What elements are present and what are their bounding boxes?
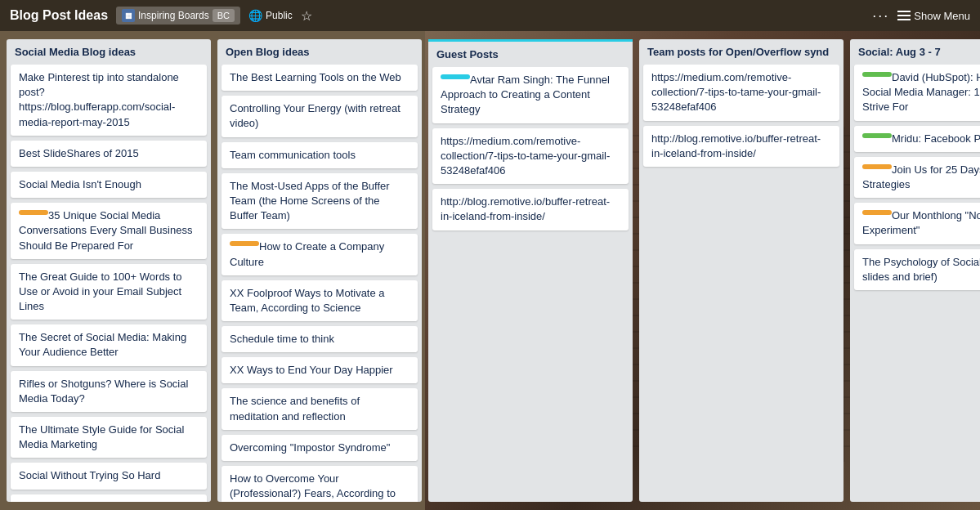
card[interactable]: The Most-Used Apps of the Buffer Team (t…: [222, 173, 418, 230]
card-text: Social Without Trying So Hard: [19, 469, 160, 481]
card-text: The Great Guide to 100+ Words to Use or …: [19, 271, 182, 312]
card-label: [19, 210, 48, 215]
column-header-guest-posts: Guest Posts: [428, 39, 633, 67]
card[interactable]: XX Ways to End Your Day Happier: [222, 357, 418, 383]
card-text: http://blog.remotive.io/buffer-retreat-i…: [651, 132, 821, 159]
card-text: The Most-Used Apps of the Buffer Team (t…: [230, 180, 390, 221]
card-text: David (HubSpot): How to Be a Social Medi…: [862, 71, 980, 113]
org-badge[interactable]: ▦ Inspiring Boards BC: [116, 7, 240, 25]
column-content-open-blog: The Best Learning Tools on the WebContro…: [217, 65, 422, 502]
card[interactable]: The Ultimate Style Guide for Social Medi…: [11, 417, 207, 458]
card-text: http://blog.remotive.io/buffer-retreat-i…: [441, 195, 610, 222]
card-text: The Psychology of Social (Mozcon slides …: [862, 256, 980, 283]
card[interactable]: The Great Guide to 100+ Words to Use or …: [11, 264, 207, 320]
column-content-guest-posts: Avtar Ram Singh: The Funnel Approach to …: [428, 67, 633, 502]
card[interactable]: How to Create a Company Culture: [222, 234, 418, 275]
card[interactable]: Join Us for 25 Days of Strategies: [854, 157, 980, 198]
card[interactable]: http://blog.remotive.io/buffer-retreat-i…: [643, 126, 839, 167]
card-text: Rifles or Shotguns? Where is Social Medi…: [19, 378, 188, 405]
card[interactable]: Avtar Ram Singh: The Funnel Approach to …: [432, 67, 629, 123]
column-open-blog: Open Blog ideasThe Best Learning Tools o…: [217, 39, 422, 502]
card[interactable]: XX Creative Ways to Use Everyone: [11, 494, 207, 502]
card-text: https://medium.com/remotive-collection/7…: [441, 135, 610, 177]
card-label: [862, 164, 892, 169]
card-label: [441, 74, 470, 79]
card-text: The Best Learning Tools on the Web: [230, 71, 401, 83]
column-header-social-aug: Social: Aug 3 - 7: [850, 39, 980, 65]
card-text: Best SlideShares of 2015: [19, 147, 139, 159]
card-text: Make Pinterest tip into standalone post?…: [19, 71, 179, 128]
card-label: [862, 72, 892, 77]
column-header-open-blog: Open Blog ideas: [217, 39, 422, 65]
show-menu-button[interactable]: Show Menu: [897, 10, 970, 22]
card[interactable]: Schedule time to think: [222, 326, 418, 352]
card[interactable]: Make Pinterest tip into standalone post?…: [11, 65, 207, 136]
card[interactable]: XX Foolproof Ways to Motivate a Team, Ac…: [222, 280, 418, 321]
card-text: XX Ways to End Your Day Happier: [230, 364, 393, 376]
menu-lines-icon: [897, 11, 911, 20]
show-menu-label: Show Menu: [914, 10, 970, 22]
card[interactable]: How to Overcome Your (Professional?) Fea…: [222, 466, 418, 502]
column-content-social-aug: David (HubSpot): How to Be a Social Medi…: [850, 65, 980, 502]
star-icon[interactable]: ☆: [301, 8, 312, 24]
card[interactable]: Social Without Trying So Hard: [11, 463, 207, 489]
card-text: The Secret of Social Media: Making Your …: [19, 331, 186, 358]
card[interactable]: Rifles or Shotguns? Where is Social Medi…: [11, 371, 207, 412]
header: Blog Post Ideas ▦ Inspiring Boards BC 🌐 …: [0, 0, 980, 31]
visibility-badge[interactable]: 🌐 Public: [248, 9, 293, 22]
card-text: Mridu: Facebook Photo: [892, 132, 980, 145]
card-text: 35 Unique Social Media Conversations Eve…: [19, 209, 192, 251]
card[interactable]: Best SlideShares of 2015: [11, 141, 207, 167]
column-content-social-media: Make Pinterest tip into standalone post?…: [7, 65, 211, 502]
more-options-icon[interactable]: ···: [872, 7, 889, 25]
column-header-social-media: Social Media Blog ideas: [7, 39, 211, 65]
column-social-aug: Social: Aug 3 - 7David (HubSpot): How to…: [850, 39, 980, 502]
visibility-label: Public: [266, 10, 293, 21]
card[interactable]: https://medium.com/remotive-collection/7…: [643, 65, 839, 121]
card-label: [862, 210, 892, 215]
column-guest-posts: Guest PostsAvtar Ram Singh: The Funnel A…: [428, 39, 633, 502]
card-text: XX Foolproof Ways to Motivate a Team, Ac…: [230, 287, 385, 314]
card[interactable]: The Best Learning Tools on the Web: [222, 65, 418, 91]
card-text: The Ultimate Style Guide for Social Medi…: [19, 423, 184, 450]
card-text: Overcoming "Impostor Syndrome": [230, 441, 390, 454]
card[interactable]: Team communication tools: [222, 142, 418, 168]
board: Social Media Blog ideasMake Pinterest ti…: [0, 31, 980, 510]
org-name: Inspiring Boards: [138, 10, 209, 21]
card-text: Avtar Ram Singh: The Funnel Approach to …: [441, 74, 610, 115]
column-header-team-posts: Team posts for Open/Overflow synd: [639, 39, 844, 65]
org-icon: ▦: [122, 9, 135, 22]
card-text: Social Media Isn't Enough: [19, 178, 141, 190]
card-text: https://medium.com/remotive-collection/7…: [651, 71, 821, 113]
card[interactable]: Controlling Your Energy (with retreat vi…: [222, 96, 418, 136]
card-text: XX Creative Ways to Use Everyone: [19, 501, 186, 502]
card[interactable]: Overcoming "Impostor Syndrome": [222, 435, 418, 461]
card-text: Schedule time to think: [230, 333, 334, 345]
card[interactable]: https://medium.com/remotive-collection/7…: [432, 128, 629, 185]
card[interactable]: The Secret of Social Media: Making Your …: [11, 324, 207, 365]
card-text: Team communication tools: [230, 149, 356, 161]
globe-icon: 🌐: [248, 9, 262, 22]
board-title: Blog Post Ideas: [10, 8, 108, 23]
card-text: Controlling Your Energy (with retreat vi…: [230, 102, 401, 129]
card[interactable]: Mridu: Facebook Photo: [854, 126, 980, 152]
card[interactable]: 35 Unique Social Media Conversations Eve…: [11, 203, 207, 259]
card-label: [862, 133, 892, 138]
card[interactable]: Our Monthlong "No New Experiment": [854, 203, 980, 244]
card-text: How to Overcome Your (Professional?) Fea…: [230, 472, 396, 502]
card[interactable]: The science and benefits of meditation a…: [222, 388, 418, 429]
column-social-media: Social Media Blog ideasMake Pinterest ti…: [7, 39, 211, 502]
card-label: [230, 241, 259, 246]
column-content-team-posts: https://medium.com/remotive-collection/7…: [639, 65, 844, 502]
card[interactable]: David (HubSpot): How to Be a Social Medi…: [854, 65, 980, 121]
org-tag: BC: [213, 9, 235, 22]
card-text: The science and benefits of meditation a…: [230, 395, 360, 422]
card[interactable]: Social Media Isn't Enough: [11, 172, 207, 198]
card[interactable]: The Psychology of Social (Mozcon slides …: [854, 249, 980, 290]
card[interactable]: http://blog.remotive.io/buffer-retreat-i…: [432, 189, 629, 230]
column-team-posts: Team posts for Open/Overflow syndhttps:/…: [639, 39, 844, 502]
